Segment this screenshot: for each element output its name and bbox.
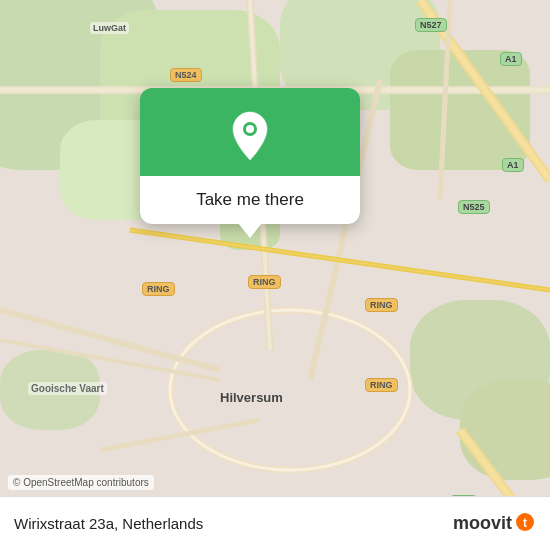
map-container: N527 A1 A1 N525 N524 RING RING RING RING… bbox=[0, 0, 550, 550]
moovit-mascot-icon: t bbox=[514, 511, 536, 533]
ring1-label: RING bbox=[142, 282, 175, 296]
copyright-text: © OpenStreetMap contributors bbox=[8, 475, 154, 490]
city-label: Hilversum bbox=[220, 390, 283, 405]
n524-label: N524 bbox=[170, 68, 202, 82]
svg-text:t: t bbox=[523, 516, 527, 530]
gooische-vaart-label: Gooische Vaart bbox=[28, 382, 107, 395]
a1-top-label: A1 bbox=[500, 52, 522, 66]
moovit-name: moovit bbox=[453, 513, 512, 534]
ring3-label: RING bbox=[365, 298, 398, 312]
ring2-label: RING bbox=[248, 275, 281, 289]
moovit-logo: moovit t bbox=[453, 511, 536, 537]
popup-triangle bbox=[238, 223, 262, 238]
n527-label: N527 bbox=[415, 18, 447, 32]
take-me-there-button[interactable]: Take me there bbox=[140, 176, 360, 224]
popup-card: Take me there bbox=[140, 88, 360, 224]
map-background: N527 A1 A1 N525 N524 RING RING RING RING… bbox=[0, 0, 550, 550]
luw-gat-label: LuwGat bbox=[90, 22, 129, 34]
popup-icon-area bbox=[140, 88, 360, 176]
a1-mid-label: A1 bbox=[502, 158, 524, 172]
address-text: Wirixstraat 23a, Netherlands bbox=[14, 515, 203, 532]
ring4-label: RING bbox=[365, 378, 398, 392]
n525-label: N525 bbox=[458, 200, 490, 214]
svg-point-18 bbox=[246, 125, 254, 133]
bottom-bar: Wirixstraat 23a, Netherlands moovit t bbox=[0, 496, 550, 550]
location-pin-icon bbox=[228, 110, 272, 162]
